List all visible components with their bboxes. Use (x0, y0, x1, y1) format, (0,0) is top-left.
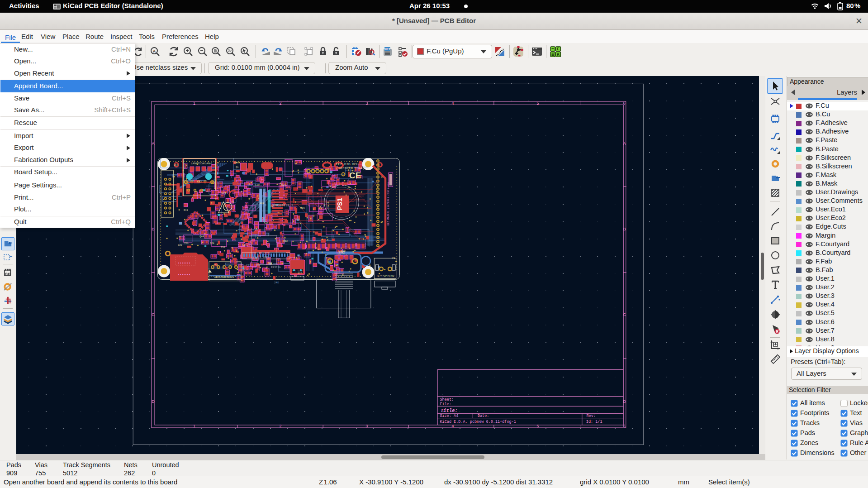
svg-text:(10/2021 r5B4): (10/2021 r5B4) (336, 167, 365, 170)
svg-text:L2: L2 (242, 244, 246, 246)
svg-text:B: B (623, 227, 626, 231)
svg-text:4: 4 (451, 424, 454, 428)
svg-text:R19: R19 (184, 209, 188, 212)
svg-text:U54: U54 (174, 163, 179, 167)
svg-text:EEZ MAIN?1 (10/2021 r?B?)-1mm: EEZ MAIN?1 (10/2021 r?B?)-1mm (387, 182, 390, 225)
svg-text:NET: NET (384, 48, 390, 51)
svg-text:Q11: Q11 (260, 201, 265, 205)
svg-text:D: D (623, 399, 626, 404)
svg-text:Q28: Q28 (210, 242, 214, 245)
svg-text:PS1: PS1 (336, 198, 343, 211)
svg-text:24D: 24D (274, 281, 279, 284)
svg-text:5: 5 (536, 101, 539, 105)
svg-text:A: A (153, 49, 156, 53)
svg-text:File:: File: (440, 402, 452, 407)
svg-text:C57: C57 (213, 264, 218, 267)
svg-text:D50: D50 (221, 246, 225, 249)
svg-text:TL?4?CP?6?00: TL?4?CP?6?00 (376, 274, 394, 277)
svg-text:A: A (623, 141, 626, 146)
svg-text:R61: R61 (184, 241, 189, 244)
svg-text:6: 6 (623, 424, 625, 428)
svg-text:KiCad E.D.A. pcbnew 6.0.11+df: KiCad E.D.A. pcbnew 6.0.11+dfsg-1 (440, 420, 516, 424)
svg-text:CE: CE (349, 171, 361, 180)
svg-text:C: C (152, 312, 155, 317)
svg-text:Title:: Title: (441, 408, 458, 413)
svg-text:B: B (152, 227, 154, 231)
svg-text:C30: C30 (255, 183, 260, 187)
svg-text:2: 2 (279, 101, 281, 105)
svg-text:C: C (623, 312, 626, 317)
svg-text:3: 3 (365, 101, 368, 105)
svg-text:qt0413 49Pi: qt0413 49Pi (251, 256, 270, 259)
svg-text:2: 2 (279, 424, 281, 428)
svg-text:3: 3 (365, 424, 368, 428)
svg-text:Q20: Q20 (178, 244, 182, 247)
svg-text:1: 1 (193, 424, 195, 428)
svg-text:R28: R28 (281, 183, 286, 187)
svg-text:6: 6 (623, 101, 625, 105)
svg-text:C46: C46 (264, 222, 268, 225)
svg-text:R63: R63 (283, 239, 288, 243)
svg-text:Size: A4: Size: A4 (440, 414, 459, 418)
svg-text:U28: U28 (341, 249, 346, 253)
svg-text:Id: 1/1: Id: 1/1 (586, 420, 602, 424)
svg-text:F: F (557, 47, 560, 51)
svg-text:1: 1 (193, 101, 195, 105)
svg-text:SP1: SP1 (221, 191, 227, 195)
svg-text:Q1: Q1 (236, 166, 239, 169)
svg-text:D: D (152, 399, 155, 404)
svg-text:Q60: Q60 (268, 262, 272, 265)
svg-text:LAN8720A/LAN-1: LAN8720A/LAN-1 (191, 162, 213, 165)
svg-text:A: A (152, 141, 154, 146)
svg-text:EEZ DIB MCU: EEZ DIB MCU (336, 163, 359, 166)
svg-text:R16: R16 (300, 206, 305, 210)
svg-text:C53: C53 (197, 180, 202, 183)
svg-text:D18: D18 (234, 161, 239, 164)
svg-text:Q23: Q23 (298, 271, 302, 274)
svg-text:4: 4 (451, 101, 454, 105)
svg-text:Date:: Date: (478, 414, 489, 418)
svg-text:5: 5 (536, 424, 539, 428)
svg-text:Rev:: Rev: (587, 414, 596, 418)
svg-text:R23?3A: R23?3A (271, 266, 281, 269)
svg-text:Q44: Q44 (199, 235, 204, 238)
svg-text:Sheet:: Sheet: (440, 397, 454, 402)
svg-text:B: B (557, 53, 560, 57)
